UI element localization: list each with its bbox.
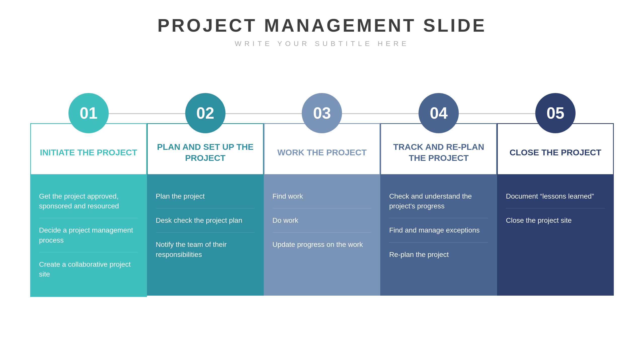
card-item-5-2: Close the project site: [506, 208, 605, 232]
card-item-3-2: Do work: [273, 208, 372, 233]
circle-2: 02: [185, 93, 225, 133]
card-body-2: Plan the projectDesk check the project p…: [148, 174, 263, 295]
main-title: PROJECT MANAGEMENT SLIDE: [157, 15, 486, 36]
card-item-1-2: Decide a project management process: [39, 218, 138, 252]
column-3: 03WORK THE PROJECTFind workDo workUpdate…: [264, 93, 381, 296]
card-item-2-3: Notify the team of their responsibilitie…: [156, 233, 255, 266]
card-item-1-1: Get the project approved, sponsored and …: [39, 184, 138, 218]
card-item-4-1: Check and understand the project's progr…: [389, 184, 488, 218]
card-title-3: WORK THE PROJECT: [277, 147, 367, 158]
column-2: 02PLAN AND SET UP THE PROJECTPlan the pr…: [147, 93, 264, 296]
card-2: PLAN AND SET UP THE PROJECTPlan the proj…: [147, 123, 264, 296]
card-body-3: Find workDo workUpdate progress on the w…: [264, 174, 380, 295]
column-5: 05CLOSE THE PROJECTDocument “lessons lea…: [497, 93, 614, 296]
card-item-2-1: Plan the project: [156, 184, 255, 208]
card-5: CLOSE THE PROJECTDocument “lessons learn…: [497, 123, 614, 296]
circle-5: 05: [535, 93, 576, 133]
column-4: 04TRACK AND RE-PLAN THE PROJECTCheck and…: [380, 93, 497, 296]
card-title-1: INITIATE THE PROJECT: [40, 147, 137, 158]
column-1: 01INITIATE THE PROJECTGet the project ap…: [30, 93, 147, 297]
card-item-1-3: Create a collaborative project site: [39, 252, 138, 286]
card-title-2: PLAN AND SET UP THE PROJECT: [154, 141, 257, 163]
circle-4: 04: [419, 93, 459, 133]
circle-3: 03: [302, 93, 342, 133]
card-item-3-1: Find work: [273, 184, 372, 208]
diagram-container: 01INITIATE THE PROJECTGet the project ap…: [0, 78, 644, 297]
card-title-5: CLOSE THE PROJECT: [510, 147, 601, 158]
card-title-4: TRACK AND RE-PLAN THE PROJECT: [387, 141, 490, 163]
card-item-4-2: Find and manage exceptions: [389, 218, 488, 242]
card-item-3-3: Update progress on the work: [273, 233, 372, 256]
card-body-1: Get the project approved, sponsored and …: [31, 174, 146, 296]
card-1: INITIATE THE PROJECTGet the project appr…: [30, 123, 147, 297]
card-body-5: Document “lessons learned”Close the proj…: [498, 174, 613, 295]
subtitle: WRITE YOUR SUBTITLE HERE: [157, 40, 486, 48]
card-item-5-1: Document “lessons learned”: [506, 184, 605, 208]
card-item-2-2: Desk check the project plan: [156, 208, 255, 233]
card-4: TRACK AND RE-PLAN THE PROJECTCheck and u…: [380, 123, 497, 296]
circle-1: 01: [68, 93, 109, 133]
card-3: WORK THE PROJECTFind workDo workUpdate p…: [264, 123, 381, 296]
page-header: PROJECT MANAGEMENT SLIDE WRITE YOUR SUBT…: [157, 0, 486, 48]
card-item-4-3: Re-plan the project: [389, 243, 488, 266]
card-body-4: Check and understand the project's progr…: [381, 174, 496, 295]
